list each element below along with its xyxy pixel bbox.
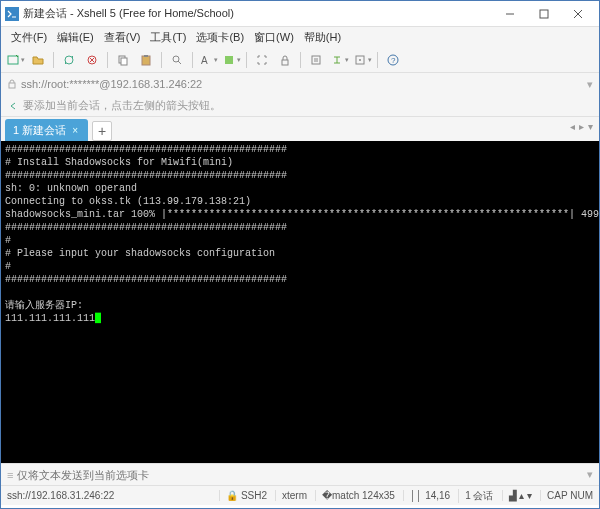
ssh-icon: 🔒 [226, 490, 238, 501]
app-icon [5, 7, 19, 21]
svg-rect-11 [282, 60, 288, 65]
script-icon[interactable]: ▾ [352, 50, 372, 70]
tab-close-icon[interactable]: × [72, 125, 78, 136]
window-title: 新建会话 - Xshell 5 (Free for Home/School) [23, 6, 493, 21]
reconnect-icon[interactable] [59, 50, 79, 70]
menubar: 文件(F) 编辑(E) 查看(V) 工具(T) 选项卡(B) 窗口(W) 帮助(… [1, 27, 599, 47]
help-icon[interactable]: ? [383, 50, 403, 70]
svg-rect-0 [5, 7, 19, 21]
svg-point-14 [359, 59, 361, 61]
new-tab-button[interactable]: + [92, 121, 112, 141]
send-bar: ≡ ▾ [1, 463, 599, 485]
tab-label: 1 新建会话 [13, 123, 66, 138]
svg-text:?: ? [391, 56, 396, 65]
paste-icon[interactable] [136, 50, 156, 70]
tab-menu-icon[interactable]: ▾ [588, 121, 593, 132]
fullscreen-icon[interactable] [252, 50, 272, 70]
hint-text: 要添加当前会话，点击左侧的箭头按钮。 [23, 98, 221, 113]
svg-rect-1 [540, 10, 548, 18]
color-icon[interactable]: ▾ [221, 50, 241, 70]
address-text[interactable]: ssh://root:*******@192.168.31.246:22 [21, 78, 583, 90]
address-bar: ssh://root:*******@192.168.31.246:22 ▾ [1, 73, 599, 95]
titlebar: 新建会话 - Xshell 5 (Free for Home/School) [1, 1, 599, 27]
send-menu-icon[interactable]: ≡ [7, 469, 13, 481]
svg-text:A: A [201, 55, 208, 66]
tab-nav-right-icon[interactable]: ▸ [579, 121, 584, 132]
svg-rect-7 [144, 55, 148, 57]
menu-file[interactable]: 文件(F) [7, 28, 51, 47]
menu-help[interactable]: 帮助(H) [300, 28, 345, 47]
status-connection: ssh://192.168.31.246:22 [7, 490, 114, 501]
address-dropdown-icon[interactable]: ▾ [587, 78, 593, 91]
properties-icon[interactable] [306, 50, 326, 70]
svg-rect-2 [8, 56, 18, 64]
menu-tools[interactable]: 工具(T) [146, 28, 190, 47]
find-icon[interactable] [167, 50, 187, 70]
maximize-button[interactable] [527, 3, 561, 25]
menu-edit[interactable]: 编辑(E) [53, 28, 98, 47]
hint-bar: 要添加当前会话，点击左侧的箭头按钮。 [1, 95, 599, 117]
status-term: xterm [275, 490, 307, 501]
status-size: 124x35 [362, 490, 395, 501]
menu-tabs[interactable]: 选项卡(B) [192, 28, 248, 47]
lock-icon[interactable] [275, 50, 295, 70]
menu-window[interactable]: 窗口(W) [250, 28, 298, 47]
statusbar: ssh://192.168.31.246:22 🔒 SSH2 xterm �ma… [1, 485, 599, 505]
transfer-icon[interactable]: ▾ [329, 50, 349, 70]
font-icon[interactable]: A▾ [198, 50, 218, 70]
new-session-icon[interactable]: ▾ [5, 50, 25, 70]
svg-rect-6 [142, 56, 150, 65]
send-input[interactable] [17, 469, 583, 481]
tab-nav-left-icon[interactable]: ◂ [570, 121, 575, 132]
tabbar: 1 新建会话 × + ◂ ▸ ▾ [1, 117, 599, 141]
svg-rect-17 [9, 83, 15, 88]
status-proto: SSH2 [241, 490, 267, 501]
send-options-icon[interactable]: ▾ [587, 468, 593, 481]
open-icon[interactable] [28, 50, 48, 70]
minimize-button[interactable] [493, 3, 527, 25]
status-caps: CAP NUM [540, 490, 593, 501]
menu-view[interactable]: 查看(V) [100, 28, 145, 47]
svg-rect-12 [312, 56, 320, 64]
disconnect-icon[interactable] [82, 50, 102, 70]
toolbar: ▾ A▾ ▾ ▾ ▾ ? [1, 47, 599, 73]
close-button[interactable] [561, 3, 595, 25]
terminal[interactable]: ########################################… [1, 141, 599, 463]
copy-icon[interactable] [113, 50, 133, 70]
svg-rect-10 [225, 56, 233, 64]
arrow-left-icon[interactable] [7, 100, 19, 112]
status-pos: 14,16 [425, 490, 450, 501]
session-tab[interactable]: 1 新建会话 × [5, 119, 88, 141]
svg-rect-5 [121, 58, 127, 65]
lock-small-icon [7, 79, 17, 89]
status-sessions: 1 会话 [458, 489, 493, 503]
